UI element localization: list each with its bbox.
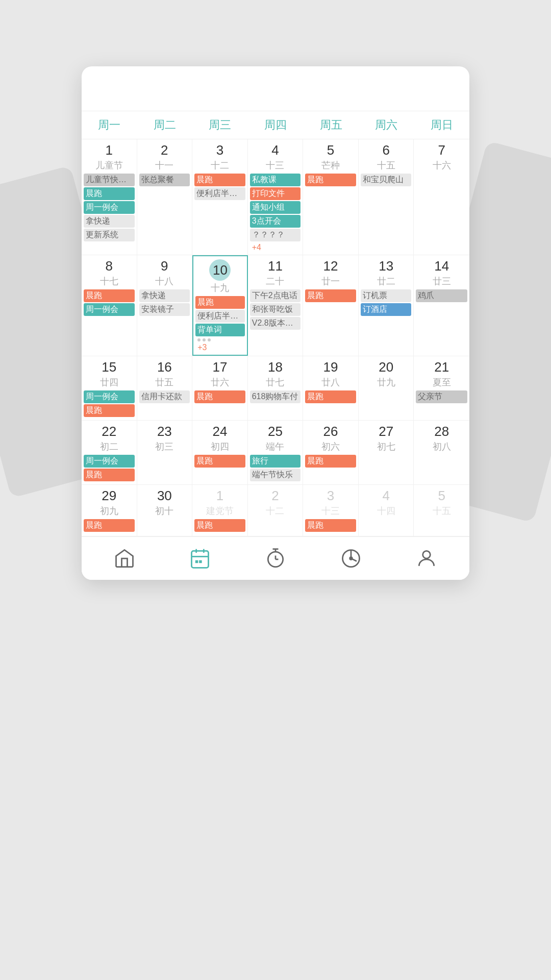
calendar-event[interactable]: 便利店半价活 [194,187,245,200]
phone-card: 周一 周二 周三 周四 周五 周六 周日 1儿童节儿童节快乐。晨跑周一例会拿快递… [82,66,469,580]
calendar-day-w4-d6[interactable]: 27初七 [359,421,414,484]
calendar-day-w5-d4[interactable]: 2十二 [248,485,304,536]
calendar-day-w4-d2[interactable]: 23初三 [137,421,193,484]
calendar-day-w5-d1[interactable]: 29初九晨跑 [82,485,137,536]
calendar-event[interactable]: 鸡爪 [416,289,467,302]
event-dots [195,337,245,342]
calendar-day-w4-d4[interactable]: 25端午旅行端午节快乐 [248,421,304,484]
calendar-event[interactable]: 儿童节快乐。 [84,174,135,186]
calendar-event[interactable]: 晨跑 [84,519,135,532]
calendar-event[interactable]: 晨跑 [84,187,135,200]
calendar-event[interactable]: 晨跑 [194,174,245,186]
nav-profile[interactable] [415,547,438,570]
nav-timer[interactable] [264,547,287,570]
calendar-day-w2-d3[interactable]: 10十九晨跑便利店半价活背单词+3 [192,255,248,356]
calendar-event[interactable]: 订酒店 [361,303,412,316]
calendar-event[interactable]: 信用卡还款 [139,390,190,403]
calendar-day-w1-d2[interactable]: 2十一张总聚餐 [137,139,193,255]
calendar-event[interactable]: 背单词 [195,324,245,336]
calendar-day-w4-d5[interactable]: 26初六晨跑 [303,421,359,484]
calendar-day-w3-d2[interactable]: 16廿五信用卡还款 [137,356,193,420]
calendar-day-w1-d6[interactable]: 6十五和宝贝爬山 [359,139,414,255]
nav-calendar[interactable] [189,547,211,570]
calendar-event[interactable]: 订机票 [361,289,412,302]
calendar-event[interactable]: ？？？？ [250,229,301,241]
calendar-event[interactable]: 和张哥吃饭 [250,303,301,316]
week-row-1: 1儿童节儿童节快乐。晨跑周一例会拿快递更新系统2十一张总聚餐3十二晨跑便利店半价… [82,139,469,255]
calendar-day-w2-d6[interactable]: 13廿二订机票订酒店 [359,255,414,356]
calendar-event[interactable]: 晨跑 [84,404,135,417]
calendar-day-w4-d1[interactable]: 22初二周一例会晨跑 [82,421,137,484]
calendar-event[interactable]: 打印文件 [250,187,301,200]
nav-stats[interactable] [340,547,362,570]
svg-rect-0 [192,551,209,568]
calendar-day-w5-d5[interactable]: 3十三晨跑 [303,485,359,536]
calendar-event[interactable]: 晨跑 [305,174,356,186]
calendar-day-w2-d2[interactable]: 9十八拿快递安装镜子 [137,255,193,356]
nav-home[interactable] [113,547,136,570]
calendar-event[interactable]: 晨跑 [305,455,356,468]
calendar-event[interactable]: 晨跑 [305,289,356,302]
calendar-event[interactable]: 安装镜子 [139,303,190,316]
calendar-day-w5-d6[interactable]: 4十四 [359,485,414,536]
header-section [0,0,551,56]
calendar-day-w3-d5[interactable]: 19廿八晨跑 [303,356,359,420]
svg-point-13 [423,551,431,558]
calendar-event[interactable]: 晨跑 [195,296,245,309]
more-events[interactable]: +3 [195,342,245,353]
calendar-event[interactable]: V2.8版本发布 [250,317,301,330]
calendar-day-w4-d3[interactable]: 24初四晨跑 [192,421,248,484]
calendar-title [94,83,100,103]
calendar-event[interactable]: 下午2点电话 [250,289,301,302]
calendar-event[interactable]: 晨跑 [194,519,245,532]
calendar-event[interactable]: 周一例会 [84,303,135,316]
calendar-day-w3-d7[interactable]: 21夏至父亲节 [414,356,469,420]
calendar-day-w1-d5[interactable]: 5芒种晨跑 [303,139,359,255]
calendar-event[interactable]: 晨跑 [194,455,245,468]
calendar-event[interactable]: 晨跑 [84,469,135,481]
status-bar [82,66,469,79]
calendar-day-w4-d7[interactable]: 28初八 [414,421,469,484]
calendar-day-w3-d3[interactable]: 17廿六晨跑 [192,356,248,420]
calendar-day-w5-d3[interactable]: 1建党节晨跑 [192,485,248,536]
calendar-day-w2-d1[interactable]: 8十七晨跑周一例会 [82,255,137,356]
calendar-day-w5-d7[interactable]: 5十五 [414,485,469,536]
calendar-event[interactable]: 拿快递 [84,215,135,228]
calendar-day-w5-d2[interactable]: 30初十 [137,485,193,536]
calendar-day-w1-d4[interactable]: 4十三私教课打印文件通知小组3点开会？？？？+4 [248,139,304,255]
calendar-event[interactable]: 周一例会 [84,201,135,214]
calendar-event[interactable]: 父亲节 [416,390,467,403]
calendar-day-w2-d7[interactable]: 14廿三鸡爪 [414,255,469,356]
calendar-day-w3-d4[interactable]: 18廿七618购物车付 [248,356,304,420]
calendar-day-w1-d1[interactable]: 1儿童节儿童节快乐。晨跑周一例会拿快递更新系统 [82,139,137,255]
calendar-event[interactable]: 便利店半价活 [195,310,245,323]
week-row-5: 29初九晨跑30初十1建党节晨跑2十二3十三晨跑4十四5十五 [82,485,469,536]
calendar-event[interactable]: 拿快递 [139,289,190,302]
calendar-day-w3-d1[interactable]: 15廿四周一例会晨跑 [82,356,137,420]
calendar-event[interactable]: 618购物车付 [250,390,301,403]
calendar-event[interactable]: 和宝贝爬山 [361,174,412,186]
calendar-day-w1-d3[interactable]: 3十二晨跑便利店半价活 [192,139,248,255]
calendar-day-w3-d6[interactable]: 20廿九 [359,356,414,420]
calendar-event[interactable]: 旅行 [250,455,301,468]
calendar-event[interactable]: 晨跑 [305,519,356,532]
calendar-event[interactable]: 3点开会 [250,215,301,228]
calendar-event[interactable]: 晨跑 [305,390,356,403]
day-header-sat: 周六 [359,111,414,139]
calendar-day-w2-d4[interactable]: 11二十下午2点电话和张哥吃饭V2.8版本发布 [248,255,304,356]
calendar-day-w2-d5[interactable]: 12廿一晨跑 [303,255,359,356]
day-headers-row: 周一 周二 周三 周四 周五 周六 周日 [82,111,469,139]
calendar-event[interactable]: 周一例会 [84,390,135,403]
calendar-event[interactable]: 晨跑 [84,289,135,302]
calendar-event[interactable]: 私教课 [250,174,301,186]
week-row-2: 8十七晨跑周一例会9十八拿快递安装镜子10十九晨跑便利店半价活背单词+311二十… [82,255,469,356]
calendar-event[interactable]: 更新系统 [84,229,135,241]
calendar-event[interactable]: 端午节快乐 [250,469,301,481]
svg-rect-4 [195,560,198,564]
calendar-event[interactable]: 张总聚餐 [139,174,190,186]
calendar-event[interactable]: 通知小组 [250,201,301,214]
calendar-day-w1-d7[interactable]: 7十六 [414,139,469,255]
more-events[interactable]: +4 [250,242,301,253]
calendar-event[interactable]: 晨跑 [194,390,245,403]
calendar-event[interactable]: 周一例会 [84,455,135,468]
